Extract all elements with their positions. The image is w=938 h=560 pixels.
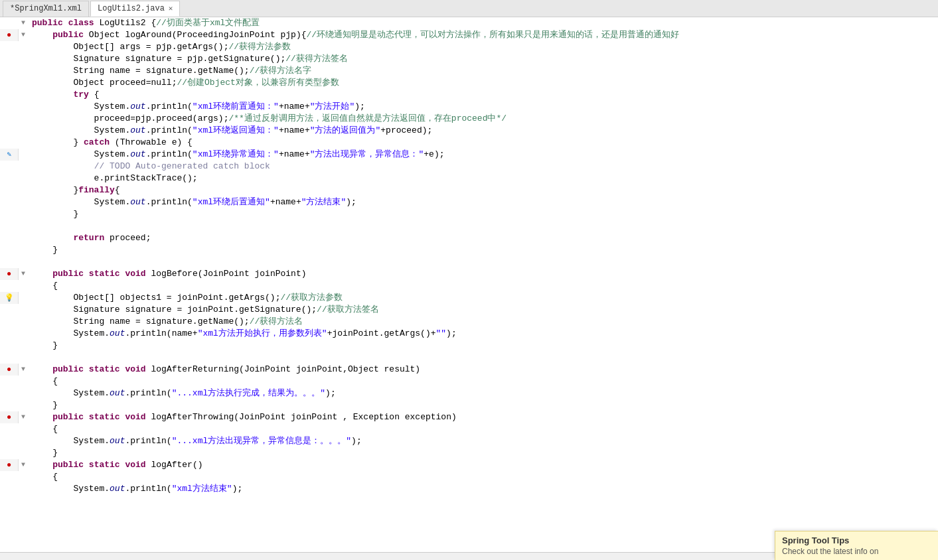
debug-dot: ● (7, 268, 11, 280)
spring-tooltip-text: Check out the latest info on (782, 547, 931, 556)
code-content: ▼public class LogUtils2 {//切面类基于xml文件配置●… (0, 17, 938, 495)
code-line: try { (0, 89, 938, 101)
edit-icon: ✎ (7, 149, 11, 161)
debug-dot: ● (7, 29, 11, 41)
line-code-4[interactable]: String name = signature.getName();//获得方法… (28, 65, 938, 77)
line-code-10[interactable]: } catch (Throwable e) { (28, 137, 938, 149)
line-code-12[interactable]: // TODO Auto-generated catch block (28, 161, 938, 173)
code-line (0, 220, 938, 232)
code-line: ●▼ public static void logAfter() (0, 459, 938, 471)
code-line: ▼public class LogUtils2 {//切面类基于xml文件配置 (0, 17, 938, 29)
line-code-9[interactable]: System.out.println("xml环绕返回通知："+name+"方法… (28, 125, 938, 137)
code-line: { (0, 376, 938, 387)
line-code-21[interactable]: public static void logBefore(JoinPoint j… (28, 268, 938, 280)
code-line: } (0, 399, 938, 411)
code-line (0, 352, 938, 364)
code-line: String name = signature.getName();//获得方法… (0, 65, 938, 77)
line-code-30[interactable]: { (28, 376, 938, 387)
line-code-35[interactable]: System.out.println("...xml方法出现异常，异常信息是：。… (28, 435, 938, 447)
fold-gutter-29[interactable]: ▼ (19, 364, 28, 376)
close-icon[interactable]: ✕ (169, 4, 173, 13)
fold-gutter-0[interactable]: ▼ (19, 17, 28, 29)
spring-tooltip-title: Spring Tool Tips (782, 535, 931, 545)
code-line: System.out.println("...xml方法执行完成，结果为。。。"… (0, 387, 938, 399)
code-line: System.out.println("xml方法结束"); (0, 483, 938, 495)
code-line: return proceed; (0, 232, 938, 244)
code-line: System.out.println("xml环绕前置通知："+name+"方法… (0, 101, 938, 113)
line-code-7[interactable]: System.out.println("xml环绕前置通知："+name+"方法… (28, 101, 938, 113)
code-line: Signature signature = pjp.getSignature()… (0, 53, 938, 65)
code-line: }finally{ (0, 184, 938, 196)
code-line: 💡 Object[] objects1 = joinPoint.getArgs(… (0, 292, 938, 304)
line-code-16[interactable]: } (28, 208, 938, 220)
code-line: } (0, 244, 938, 256)
code-line: { (0, 280, 938, 292)
code-area[interactable]: ▼public class LogUtils2 {//切面类基于xml文件配置●… (0, 17, 938, 560)
code-line: ●▼ public static void logAfterThrowing(J… (0, 411, 938, 423)
line-code-19[interactable]: } (28, 244, 938, 256)
line-code-11[interactable]: System.out.println("xml环绕异常通知："+name+"方法… (28, 149, 938, 161)
line-gutter-29: ● (0, 364, 19, 376)
code-line: System.out.println("...xml方法出现异常，异常信息是：。… (0, 435, 938, 447)
fold-gutter-33[interactable]: ▼ (19, 411, 28, 423)
fold-gutter-37[interactable]: ▼ (19, 459, 28, 471)
code-line: System.out.println(name+"xml方法开始执行，用参数列表… (0, 328, 938, 340)
fold-icon[interactable]: ▼ (21, 29, 25, 41)
fold-gutter-1[interactable]: ▼ (19, 29, 28, 41)
debug-dot: ● (7, 459, 11, 471)
code-line: { (0, 471, 938, 483)
line-code-34[interactable]: { (28, 423, 938, 435)
fold-gutter-21[interactable]: ▼ (19, 268, 28, 280)
line-code-3[interactable]: Signature signature = pjp.getSignature()… (28, 53, 938, 65)
tab-springxml-label: *SpringXml1.xml (10, 4, 82, 13)
code-line: Object proceed=null;//创建Object对象，以兼容所有类型… (0, 77, 938, 89)
code-line: { (0, 423, 938, 435)
line-code-2[interactable]: Object[] args = pjp.getArgs();//获得方法参数 (28, 41, 938, 53)
code-line: } (0, 340, 938, 352)
line-code-26[interactable]: System.out.println(name+"xml方法开始执行，用参数列表… (28, 328, 938, 340)
line-code-36[interactable]: } (28, 447, 938, 459)
line-code-22[interactable]: { (28, 280, 938, 292)
fold-icon[interactable]: ▼ (21, 17, 25, 29)
line-code-29[interactable]: public static void logAfterReturning(Joi… (28, 364, 938, 376)
fold-icon[interactable]: ▼ (21, 459, 25, 471)
line-gutter-11: ✎ (0, 149, 19, 161)
line-code-1[interactable]: public Object logAround(ProceedingJoinPo… (28, 29, 938, 41)
tab-springxml[interactable]: *SpringXml1.xml (3, 1, 89, 17)
tab-logutils[interactable]: LogUtils2.java ✕ (90, 1, 180, 17)
editor-container: ▼public class LogUtils2 {//切面类基于xml文件配置●… (0, 17, 938, 560)
spring-tooltip: Spring Tool Tips Check out the latest in… (775, 531, 938, 560)
line-code-32[interactable]: } (28, 399, 938, 411)
line-code-0[interactable]: public class LogUtils2 {//切面类基于xml文件配置 (28, 17, 938, 29)
line-code-8[interactable]: proceed=pjp.proceed(args);/**通过反射调用方法，返回… (28, 113, 938, 125)
code-line: } (0, 208, 938, 220)
line-code-14[interactable]: }finally{ (28, 184, 938, 196)
fold-icon[interactable]: ▼ (21, 411, 25, 423)
code-line: ●▼ public static void logAfterReturning(… (0, 364, 938, 376)
line-code-13[interactable]: e.printStackTrace(); (28, 173, 938, 184)
line-code-39[interactable]: System.out.println("xml方法结束"); (28, 483, 938, 495)
code-line: System.out.println("xml环绕返回通知："+name+"方法… (0, 125, 938, 137)
line-code-37[interactable]: public static void logAfter() (28, 459, 938, 471)
code-line: e.printStackTrace(); (0, 173, 938, 184)
line-code-25[interactable]: String name = signature.getName();//获得方法… (28, 316, 938, 328)
line-code-18[interactable]: return proceed; (28, 232, 938, 244)
line-code-33[interactable]: public static void logAfterThrowing(Join… (28, 411, 938, 423)
bulb-icon: 💡 (5, 292, 14, 304)
line-gutter-23: 💡 (0, 292, 19, 304)
code-line: ✎ System.out.println("xml环绕异常通知："+name+"… (0, 149, 938, 161)
tab-bar: *SpringXml1.xml LogUtils2.java ✕ (0, 0, 938, 17)
line-code-5[interactable]: Object proceed=null;//创建Object对象，以兼容所有类型… (28, 77, 938, 89)
code-line: // TODO Auto-generated catch block (0, 161, 938, 173)
line-code-24[interactable]: Signature signature = joinPoint.getSigna… (28, 304, 938, 316)
line-code-6[interactable]: try { (28, 89, 938, 101)
line-code-15[interactable]: System.out.println("xml环绕后置通知"+name+"方法结… (28, 196, 938, 208)
line-code-27[interactable]: } (28, 340, 938, 352)
line-code-31[interactable]: System.out.println("...xml方法执行完成，结果为。。。"… (28, 387, 938, 399)
fold-icon[interactable]: ▼ (21, 268, 25, 280)
line-code-23[interactable]: Object[] objects1 = joinPoint.getArgs();… (28, 292, 938, 304)
code-line: } (0, 447, 938, 459)
fold-icon[interactable]: ▼ (21, 364, 25, 376)
code-line: String name = signature.getName();//获得方法… (0, 316, 938, 328)
line-code-38[interactable]: { (28, 471, 938, 483)
